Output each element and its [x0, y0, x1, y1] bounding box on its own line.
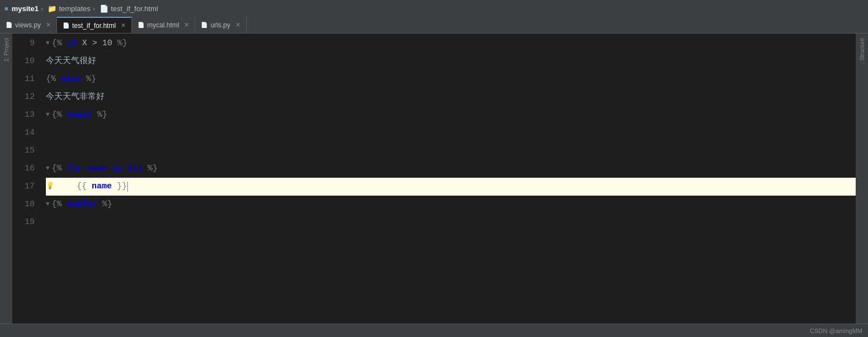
tag-pct-open-9: % [57, 37, 62, 50]
line-num-19: 19 [12, 213, 35, 231]
tab-label-views-py: views.py [15, 21, 41, 29]
space-18a [62, 198, 67, 211]
space-16d [122, 162, 128, 175]
tag-pct-close-9: %} [117, 37, 128, 50]
code-line-13: ▼ {% endif %} [46, 106, 856, 124]
status-watermark: CSDN @amingMM [810, 327, 862, 334]
text-line-12: 今天天气非常好 [46, 91, 105, 104]
project-name: mysite1 [12, 4, 39, 13]
space-11b [81, 73, 86, 86]
status-bar: CSDN @amingMM [0, 324, 868, 337]
var-name-17: name [92, 180, 112, 193]
var-lst-16: lst [128, 162, 143, 175]
tag-open-13: {% [52, 108, 62, 122]
tab-urls-py[interactable]: 📄 urls.py ✕ [195, 17, 246, 33]
tag-close-16: %} [148, 162, 158, 175]
left-sidebar: 1: Project [0, 34, 12, 324]
right-sidebar: : Structure [856, 34, 868, 324]
gutter-lightbulb-17: 💡 [46, 181, 54, 192]
tag-close-11: %} [86, 73, 96, 86]
space-9a [62, 37, 67, 50]
tag-open-11: {% [46, 73, 56, 86]
space-13a [62, 108, 67, 122]
tag-open-18: {% [52, 198, 62, 211]
tab-icon-views-py: 📄 [6, 22, 12, 28]
left-sidebar-label: 1: Project [2, 34, 11, 66]
space-11a [56, 73, 61, 86]
fold-icon-13[interactable]: ▼ [46, 110, 50, 120]
code-line-16: ▼ {% for name in lst %} [46, 160, 856, 178]
kw-if-9: if [67, 37, 77, 50]
kw-else-11: else [61, 73, 81, 86]
tab-label-mycal-html: mycal.html [147, 21, 179, 29]
folder-name: templates [59, 4, 90, 13]
space-17b [87, 180, 92, 193]
var-name-16: name [87, 162, 107, 175]
tab-mycal-html[interactable]: 📄 mycal.html ✕ [132, 17, 195, 33]
tab-views-py[interactable]: 📄 views.py ✕ [0, 17, 57, 33]
right-sidebar-label: : Structure [858, 34, 866, 68]
space-13b [92, 108, 97, 122]
title-bar: ■ mysite1 › 📁 templates › 📄 test_if_for.… [0, 0, 868, 17]
cursor-17 [127, 182, 128, 192]
tab-icon-test-if-for: 📄 [63, 22, 69, 29]
line-num-9: 9 [12, 35, 35, 53]
line-num-14: 14 [12, 124, 35, 142]
code-line-9: ▼ {% if X > 10 %} [46, 35, 856, 53]
tab-close-mycal-html[interactable]: ✕ [184, 21, 189, 29]
space-16c [107, 162, 112, 175]
tab-close-test-if-for[interactable]: ✕ [121, 22, 126, 29]
dbl-brace-open-17: {{ [77, 180, 87, 193]
kw-endfor-18: endfor [67, 198, 97, 211]
file-icon-title: 📄 [100, 4, 108, 13]
line-numbers: 9 10 11 12 13 14 15 16 17 18 19 [12, 34, 40, 324]
fold-icon-16[interactable]: ▼ [46, 164, 50, 174]
kw-endif-13: endif [67, 108, 92, 122]
line-num-10: 10 [12, 53, 35, 70]
line-num-11: 11 [12, 70, 35, 88]
tab-icon-urls-py: 📄 [201, 22, 207, 28]
tab-close-views-py[interactable]: ✕ [46, 21, 51, 29]
kw-for-16: for [67, 162, 82, 175]
code-line-11: {% else %} [46, 70, 856, 88]
tab-label-test-if-for: test_if_for.html [72, 22, 116, 30]
code-area[interactable]: ▼ {% if X > 10 %} 今天天气很好 {% else %} [40, 34, 856, 324]
tab-bar: 📄 views.py ✕ 📄 test_if_for.html ✕ 📄 myca… [0, 17, 868, 34]
project-icon: ■ [4, 5, 8, 12]
code-line-18: ▼ {% endfor %} [46, 196, 856, 213]
line-num-16: 16 [12, 160, 35, 178]
code-line-17: 💡 {{ name }} [46, 178, 856, 196]
tag-open-9: { [52, 37, 57, 50]
space-9b: X > 10 [77, 37, 117, 50]
fold-icon-18[interactable]: ▼ [46, 200, 50, 210]
tag-close-13: %} [97, 108, 107, 122]
fold-icon-9[interactable]: ▼ [46, 39, 50, 49]
editor-container: 1: Project 9 10 11 12 13 14 15 16 17 18 … [0, 34, 868, 324]
code-line-15 [46, 142, 856, 160]
editor-content: 9 10 11 12 13 14 15 16 17 18 19 ▼ {% if … [12, 34, 856, 324]
space-18b [97, 198, 102, 211]
text-line-10: 今天天气很好 [46, 55, 96, 68]
dbl-brace-close-17: }} [117, 180, 127, 193]
line-num-13: 13 [12, 106, 35, 124]
line-num-18: 18 [12, 196, 35, 213]
tab-label-urls-py: urls.py [210, 21, 230, 29]
line-num-12: 12 [12, 88, 35, 106]
tag-close-18: %} [102, 198, 112, 211]
tag-open-16: {% [52, 162, 62, 175]
line-num-15: 15 [12, 142, 35, 160]
tab-close-urls-py[interactable]: ✕ [235, 21, 240, 29]
breadcrumb-sep1: › [41, 4, 43, 13]
code-line-10: 今天天气很好 [46, 53, 856, 70]
file-name-title: test_if_for.html [111, 4, 158, 13]
tab-icon-mycal-html: 📄 [138, 22, 144, 28]
space-17a [56, 180, 77, 193]
kw-in-16: in [112, 162, 122, 175]
tab-test-if-for[interactable]: 📄 test_if_for.html ✕ [57, 17, 132, 33]
space-16e [143, 162, 148, 175]
space-16b [82, 162, 87, 175]
code-line-14 [46, 124, 856, 142]
breadcrumb-sep2: › [93, 4, 95, 13]
space-17c [112, 180, 117, 193]
space-16a [62, 162, 67, 175]
